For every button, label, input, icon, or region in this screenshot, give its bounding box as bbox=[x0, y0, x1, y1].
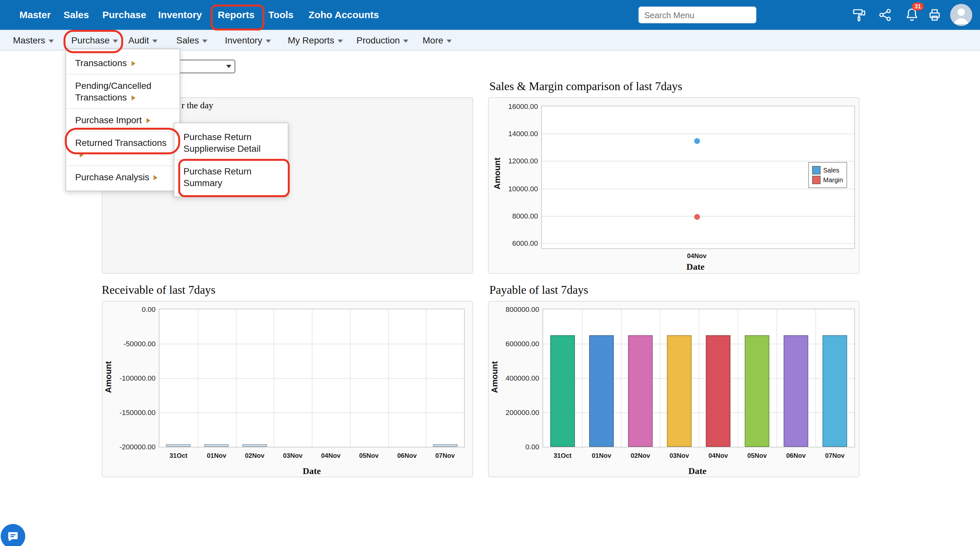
y-tick-label: 0.00 bbox=[493, 443, 539, 450]
search-input[interactable] bbox=[639, 7, 756, 23]
x-axis-label: Date bbox=[678, 466, 717, 477]
gridline bbox=[235, 309, 236, 447]
y-tick-label: 0.00 bbox=[109, 306, 156, 313]
menubar-purchase[interactable]: Purchase bbox=[71, 30, 118, 51]
menubar-my-reports[interactable]: My Reports bbox=[288, 30, 342, 51]
nav-sales[interactable]: Sales bbox=[64, 0, 89, 30]
menu-item-purchase-analysis[interactable]: Purchase Analysis bbox=[66, 166, 180, 188]
x-tick-label: 01Nov bbox=[582, 452, 621, 460]
purchase-dropdown-menu: Transactions Pending/Cancelled Transacti… bbox=[65, 49, 180, 191]
returned-transactions-submenu: Purchase Return Supplierwise Detail Purc… bbox=[174, 123, 288, 197]
x-tick-label: 06Nov bbox=[776, 452, 815, 460]
menu-item-label: Transactions bbox=[75, 58, 127, 68]
sales-margin-chart-panel: Amount 16000.0014000.0012000.0010000.008… bbox=[488, 97, 859, 274]
menubar-inventory-label: Inventory bbox=[225, 35, 262, 45]
chevron-down-icon bbox=[403, 40, 408, 43]
menubar-my-reports-label: My Reports bbox=[288, 35, 334, 45]
chevron-down-icon bbox=[266, 40, 270, 43]
chevron-down-icon bbox=[447, 40, 452, 43]
menu-item-transactions[interactable]: Transactions bbox=[66, 52, 180, 74]
menu-item-purchase-import[interactable]: Purchase Import bbox=[66, 109, 180, 131]
x-tick-label: 07Nov bbox=[426, 452, 465, 460]
notification-count-badge: 31 bbox=[912, 3, 924, 10]
menubar-production-label: Production bbox=[356, 35, 400, 45]
gridline bbox=[198, 309, 198, 447]
y-tick-label: 800000.00 bbox=[493, 306, 539, 313]
margin-data-point bbox=[694, 214, 700, 220]
gridline bbox=[738, 309, 738, 447]
day-panel-title-fragment: r the day bbox=[181, 100, 213, 111]
nav-tools[interactable]: Tools bbox=[268, 0, 294, 30]
bar-31Oct bbox=[550, 335, 575, 447]
y-tick-label: 400000.00 bbox=[493, 374, 539, 382]
menubar-masters[interactable]: Masters bbox=[13, 30, 54, 51]
gridline bbox=[621, 309, 622, 447]
reports-menubar: Masters Purchase Audit Sales Inventory M… bbox=[0, 30, 980, 51]
user-avatar[interactable] bbox=[950, 4, 972, 26]
x-tick-label: 05Nov bbox=[738, 452, 776, 460]
x-tick-label: 03Nov bbox=[274, 452, 312, 460]
nav-master[interactable]: Master bbox=[19, 0, 51, 30]
nav-reports[interactable]: Reports bbox=[218, 0, 255, 30]
bar-02Nov bbox=[628, 335, 653, 447]
menu-item-pending-cancelled-transactions[interactable]: Pending/Cancelled Transactions bbox=[66, 75, 180, 108]
submenu-arrow-icon bbox=[131, 96, 135, 100]
y-tick-label: 10000.00 bbox=[491, 185, 538, 192]
y-tick-label: 6000.00 bbox=[491, 239, 538, 247]
gridline bbox=[660, 309, 660, 447]
x-tick-label: 07Nov bbox=[815, 452, 854, 460]
x-tick-label: 06Nov bbox=[388, 452, 426, 460]
menu-item-label: Purchase Return Supplierwise Detail bbox=[183, 132, 261, 154]
submenu-arrow-icon bbox=[80, 153, 84, 158]
bar-01Nov bbox=[589, 335, 614, 447]
menu-item-label: Purchase Import bbox=[75, 115, 142, 125]
sales-margin-plot-area: 16000.0014000.0012000.0010000.008000.006… bbox=[541, 106, 855, 249]
y-tick-label: -50000.00 bbox=[109, 340, 156, 347]
notifications-bell-icon[interactable]: 31 bbox=[904, 7, 920, 23]
legend-label-margin: Margin bbox=[823, 176, 843, 184]
menubar-inventory[interactable]: Inventory bbox=[225, 30, 270, 51]
bar-03Nov bbox=[667, 335, 692, 447]
nav-purchase[interactable]: Purchase bbox=[102, 0, 146, 30]
x-axis-label: Date bbox=[292, 466, 331, 477]
submenu-arrow-icon bbox=[154, 175, 158, 180]
menu-item-label: Purchase Analysis bbox=[75, 172, 150, 182]
legend-entry-margin: Margin bbox=[812, 176, 843, 184]
payable-chart-panel: Amount 800000.00600000.00400000.00200000… bbox=[488, 301, 859, 477]
gridline bbox=[542, 161, 854, 162]
gridline bbox=[776, 309, 777, 447]
chat-support-button[interactable] bbox=[1, 524, 25, 546]
menu-item-returned-transactions[interactable]: Returned Transactions bbox=[66, 132, 180, 166]
menubar-audit[interactable]: Audit bbox=[128, 30, 158, 51]
y-tick-label: 14000.00 bbox=[491, 130, 538, 137]
bar-07Nov bbox=[822, 335, 847, 447]
gridline bbox=[815, 309, 816, 447]
gridline bbox=[274, 309, 275, 447]
x-tick-label: 01Nov bbox=[198, 452, 236, 460]
y-tick-label: -200000.00 bbox=[109, 443, 156, 450]
bar-31Oct bbox=[166, 444, 191, 447]
x-tick-label: 04Nov bbox=[312, 452, 350, 460]
paint-roller-icon[interactable] bbox=[852, 7, 867, 23]
menubar-production[interactable]: Production bbox=[356, 30, 408, 51]
gridline bbox=[542, 243, 854, 244]
menu-item-label: Pending/Cancelled Transactions bbox=[75, 80, 151, 102]
menu-item-label: Purchase Return Summary bbox=[183, 166, 251, 188]
nav-zoho-accounts[interactable]: Zoho Accounts bbox=[309, 0, 379, 30]
y-tick-label: 12000.00 bbox=[491, 157, 538, 165]
top-navbar: Master Sales Purchase Inventory Reports … bbox=[0, 0, 980, 30]
integrations-icon[interactable] bbox=[878, 7, 893, 23]
menubar-sales[interactable]: Sales bbox=[176, 30, 207, 51]
nav-inventory[interactable]: Inventory bbox=[158, 0, 202, 30]
bar-07Nov bbox=[433, 444, 457, 447]
gridline bbox=[542, 188, 854, 189]
menu-item-purchase-return-summary[interactable]: Purchase Return Summary bbox=[174, 160, 288, 194]
bar-02Nov bbox=[242, 444, 267, 447]
menu-item-purchase-return-supplierwise-detail[interactable]: Purchase Return Supplierwise Detail bbox=[174, 126, 288, 159]
submenu-arrow-icon bbox=[146, 118, 150, 123]
gridline bbox=[388, 309, 388, 447]
legend-label-sales: Sales bbox=[823, 166, 839, 174]
printer-icon[interactable] bbox=[927, 7, 942, 23]
receivable-chart-title: Receivable of last 7days bbox=[102, 283, 215, 297]
menubar-more[interactable]: More bbox=[423, 30, 452, 51]
